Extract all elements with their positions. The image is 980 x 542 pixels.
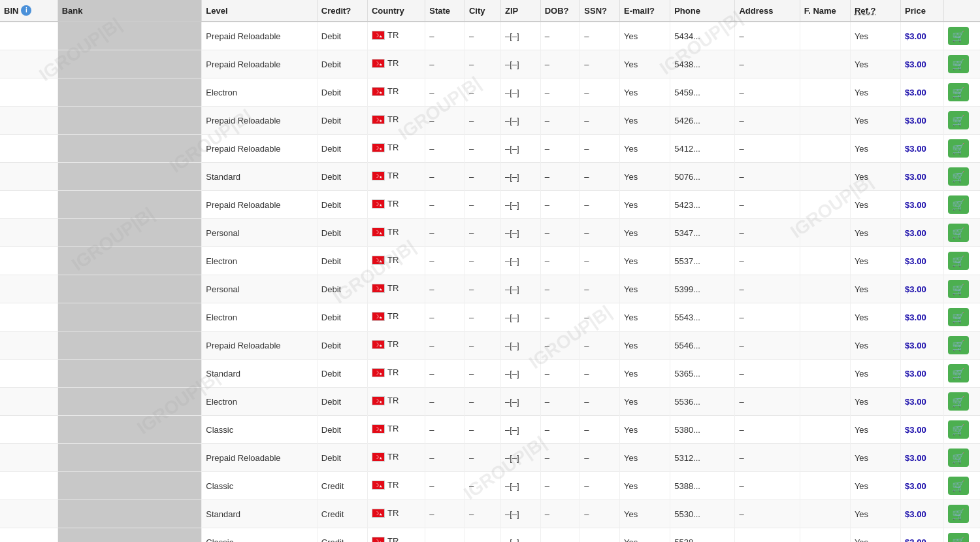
country-cell: TR xyxy=(367,275,425,303)
email-cell: Yes xyxy=(619,163,670,191)
credit-cell: Debit xyxy=(317,331,367,360)
state-cell: – xyxy=(425,388,465,416)
add-to-cart-button[interactable]: 🛒 xyxy=(948,167,969,186)
add-to-cart-button[interactable]: 🛒 xyxy=(948,252,969,270)
cart-cell[interactable]: 🛒 xyxy=(944,275,980,303)
fname-cell xyxy=(800,22,850,50)
price-cell: $3.00 xyxy=(901,22,944,50)
add-to-cart-button[interactable]: 🛒 xyxy=(948,280,969,298)
cart-cell[interactable]: 🛒 xyxy=(944,191,980,219)
cart-cell[interactable]: 🛒 xyxy=(944,416,980,444)
credit-cell: Debit xyxy=(317,50,367,78)
flag-container: TR xyxy=(372,199,399,209)
table-row: Prepaid Reloadable Debit TR – – –[–] – –… xyxy=(0,135,980,163)
add-to-cart-button[interactable]: 🛒 xyxy=(948,392,969,411)
flag-tr-icon xyxy=(372,256,385,265)
cart-cell[interactable]: 🛒 xyxy=(944,135,980,163)
add-to-cart-button[interactable]: 🛒 xyxy=(948,449,969,467)
cart-cell[interactable]: 🛒 xyxy=(944,331,980,360)
city-cell: – xyxy=(465,331,500,360)
col-header-country: Country xyxy=(367,0,425,22)
add-to-cart-button[interactable]: 🛒 xyxy=(948,27,969,45)
credit-cell: Debit xyxy=(317,135,367,163)
flag-tr-icon xyxy=(372,340,385,349)
phone-cell: 5546... xyxy=(670,331,735,360)
credit-cell: Debit xyxy=(317,22,367,50)
phone-cell: 5459... xyxy=(670,78,735,107)
price-cell: $3.00 xyxy=(901,500,944,528)
add-to-cart-button[interactable]: 🛒 xyxy=(948,83,969,101)
add-to-cart-button[interactable]: 🛒 xyxy=(948,111,969,129)
bin-info-icon[interactable]: i xyxy=(21,5,31,16)
ref-cell: Yes xyxy=(850,135,900,163)
flag-tr-icon xyxy=(372,509,385,518)
add-to-cart-button[interactable]: 🛒 xyxy=(948,336,969,354)
table-row: Personal Debit TR – – –[–] – – Yes 5399.… xyxy=(0,275,980,303)
ssn-cell: – xyxy=(580,500,620,528)
zip-cell: –[–] xyxy=(501,163,541,191)
add-to-cart-button[interactable]: 🛒 xyxy=(948,55,969,73)
city-cell: – xyxy=(465,163,500,191)
email-cell: Yes xyxy=(619,50,670,78)
bank-cell xyxy=(57,22,202,50)
table-row: Prepaid Reloadable Debit TR – – –[–] – –… xyxy=(0,50,980,78)
country-code: TR xyxy=(387,367,399,377)
cart-cell[interactable]: 🛒 xyxy=(944,472,980,500)
table-row: Classic Debit TR – – –[–] – – Yes 5380..… xyxy=(0,416,980,444)
cart-cell[interactable]: 🛒 xyxy=(944,219,980,247)
cart-cell[interactable]: 🛒 xyxy=(944,500,980,528)
credit-cell: Credit xyxy=(317,528,367,543)
cart-cell[interactable]: 🛒 xyxy=(944,22,980,50)
dob-cell: – xyxy=(540,50,580,78)
country-code: TR xyxy=(387,480,399,490)
price-cell: $3.00 xyxy=(901,247,944,275)
cart-cell[interactable]: 🛒 xyxy=(944,78,980,107)
fname-cell xyxy=(800,331,850,360)
city-cell: – xyxy=(465,500,500,528)
state-cell: – xyxy=(425,107,465,135)
country-code: TR xyxy=(387,114,399,124)
add-to-cart-button[interactable]: 🛒 xyxy=(948,505,969,523)
add-to-cart-button[interactable]: 🛒 xyxy=(948,224,969,242)
price-cell: $3.00 xyxy=(901,163,944,191)
cart-cell[interactable]: 🛒 xyxy=(944,247,980,275)
country-cell: TR xyxy=(367,331,425,360)
level-cell: Standard xyxy=(202,360,317,388)
level-cell: Prepaid Reloadable xyxy=(202,135,317,163)
flag-tr-icon xyxy=(372,481,385,490)
add-to-cart-button[interactable]: 🛒 xyxy=(948,420,969,439)
cart-cell[interactable]: 🛒 xyxy=(944,444,980,472)
cart-cell[interactable]: 🛒 xyxy=(944,303,980,331)
email-cell: Yes xyxy=(619,78,670,107)
add-to-cart-button[interactable]: 🛒 xyxy=(948,533,969,542)
address-cell: – xyxy=(735,303,800,331)
country-code: TR xyxy=(387,255,399,265)
state-cell: – xyxy=(425,500,465,528)
dob-cell: – xyxy=(540,78,580,107)
country-cell: TR xyxy=(367,219,425,247)
city-cell: – xyxy=(465,135,500,163)
ref-cell: Yes xyxy=(850,191,900,219)
add-to-cart-button[interactable]: 🛒 xyxy=(948,364,969,382)
address-cell: – xyxy=(735,135,800,163)
table-row: Electron Debit TR – – –[–] – – Yes 5459.… xyxy=(0,78,980,107)
bin-cell xyxy=(0,331,57,360)
add-to-cart-button[interactable]: 🛒 xyxy=(948,477,969,495)
phone-cell: 5312... xyxy=(670,444,735,472)
country-cell: TR xyxy=(367,303,425,331)
flag-container: TR xyxy=(372,396,399,405)
flag-container: TR xyxy=(372,367,399,377)
bank-cell xyxy=(57,444,202,472)
cart-cell[interactable]: 🛒 xyxy=(944,50,980,78)
add-to-cart-button[interactable]: 🛒 xyxy=(948,195,969,214)
cart-cell[interactable]: 🛒 xyxy=(944,107,980,135)
cart-cell[interactable]: 🛒 xyxy=(944,360,980,388)
cart-cell[interactable]: 🛒 xyxy=(944,163,980,191)
add-to-cart-button[interactable]: 🛒 xyxy=(948,308,969,326)
level-cell: Prepaid Reloadable xyxy=(202,22,317,50)
cart-cell[interactable]: 🛒 xyxy=(944,388,980,416)
cart-cell[interactable]: 🛒 xyxy=(944,528,980,543)
ref-header-label: Ref.? xyxy=(855,6,876,16)
add-to-cart-button[interactable]: 🛒 xyxy=(948,139,969,158)
phone-cell: 5347... xyxy=(670,219,735,247)
